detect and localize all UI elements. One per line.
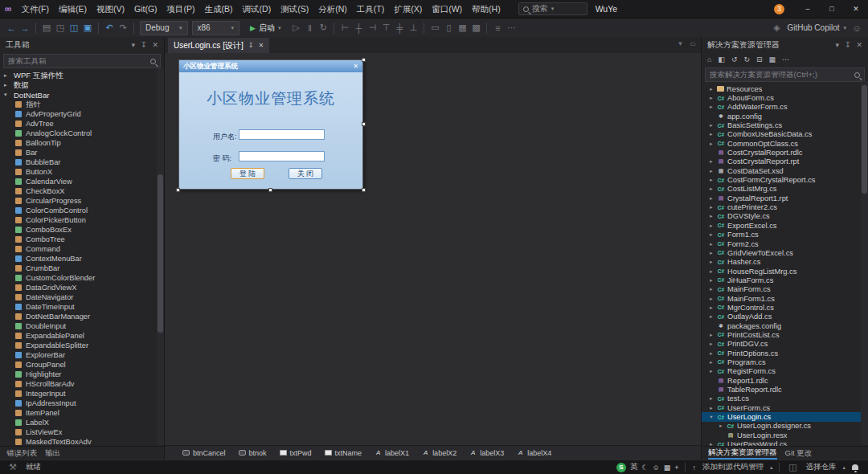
same-height-icon[interactable]: ▯ <box>442 20 455 36</box>
tab-list-icon[interactable]: ▼ <box>678 40 684 47</box>
solution-scrollbar[interactable] <box>861 81 868 445</box>
properties-icon[interactable]: ⋯ <box>782 55 789 63</box>
same-width-icon[interactable]: ▭ <box>428 20 441 36</box>
undo-icon[interactable]: ↶ <box>103 20 116 36</box>
resize-handle[interactable] <box>176 188 180 192</box>
toolbox-item[interactable]: GroupPanel <box>0 360 164 370</box>
tree-item[interactable]: ✱packages.config <box>702 321 868 330</box>
tree-item[interactable]: ▸C#JiHuaForm.cs <box>702 276 868 284</box>
tray-component[interactable]: btnCancel <box>182 449 226 457</box>
toolbox-item[interactable]: DateNavigator <box>0 292 164 302</box>
toolbox-item[interactable]: ColorCombControl <box>0 206 164 215</box>
toolbox-item[interactable]: ComboBoxEx <box>0 225 164 235</box>
tray-component[interactable]: txtPwd <box>280 449 312 457</box>
tree-item[interactable]: ✱app.config <box>702 112 868 121</box>
tray-component[interactable]: AlabelX4 <box>517 449 551 457</box>
username-input[interactable] <box>239 129 325 140</box>
tree-item[interactable]: ▸C#AboutForm.cs <box>702 93 868 102</box>
nav-back-icon[interactable]: ← <box>5 20 18 36</box>
select-repository-button[interactable]: 选择仓库 <box>805 462 836 472</box>
start-debug-button[interactable]: ▶启动▾ <box>244 21 286 35</box>
toolbox-item[interactable]: CalendarView <box>0 177 164 186</box>
home-icon[interactable]: ⌂ <box>707 55 711 63</box>
close-form-button[interactable]: 关 闭 <box>289 168 322 179</box>
pin-icon[interactable]: ↧ <box>141 41 147 49</box>
align-middles-icon[interactable]: ╪ <box>393 20 406 36</box>
ime-logo-icon[interactable]: S <box>616 463 626 472</box>
more-options-icon[interactable]: ⋯ <box>505 20 518 36</box>
tree-item[interactable]: ▸C#Form2.cs <box>702 239 868 248</box>
tree-item[interactable]: ▤Report1.rdlc <box>702 376 868 385</box>
tree-item[interactable]: ▸C#ExportExcel.cs <box>702 221 868 230</box>
solution-search-input[interactable]: 搜索解决方案资源管理器(Ctrl+;) <box>705 67 865 82</box>
tray-component[interactable]: btnok <box>239 449 267 457</box>
menu-item-6[interactable]: 调试(D) <box>238 0 276 18</box>
toolbox-item[interactable]: ButtonX <box>0 167 164 177</box>
align-centers-icon[interactable]: ┼ <box>352 20 365 36</box>
document-tab[interactable]: UserLogin.cs [设计] ↧ ✕ <box>168 38 269 53</box>
save-icon[interactable]: ◫ <box>68 20 80 36</box>
tree-item[interactable]: ▸C#UserLogin.designer.cs <box>702 422 868 431</box>
tree-item[interactable]: ▸C#PrintOptions.cs <box>702 349 868 358</box>
notification-bell-icon[interactable] <box>852 464 858 470</box>
tree-item[interactable]: ▸C#ComboxUseBasicData.cs <box>702 130 868 139</box>
toolbox-item[interactable]: BubbleBar <box>0 157 164 167</box>
grid-icon[interactable]: ▦ <box>456 20 469 36</box>
tree-item[interactable]: ▸C#CostFormCrystalReport.cs <box>702 175 868 184</box>
toolbox-item[interactable]: ContextMenuBar <box>0 254 164 264</box>
tree-item[interactable]: ▸C#DGVStyle.cs <box>702 212 868 221</box>
align-tops-icon[interactable]: ⊤ <box>379 20 392 36</box>
ime-more-icon[interactable]: + <box>674 464 678 472</box>
toolbox-item[interactable]: AnalogClockControl <box>0 129 164 138</box>
align-right-edges-icon[interactable]: ⊣ <box>366 20 379 36</box>
switch-views-icon[interactable]: ◧ <box>718 55 725 63</box>
tree-item[interactable]: ▸C#AddWaterForm.cs <box>702 103 868 112</box>
tree-item[interactable]: ▸C#GridViewToExcel.cs <box>702 248 868 257</box>
tree-item[interactable]: ▸C#Hasher.cs <box>702 258 868 267</box>
tree-item[interactable]: ▤TableReport.rdlc <box>702 385 868 394</box>
tree-item[interactable]: ▸C#RegistForm.cs <box>702 367 868 376</box>
toolbox-item[interactable]: IpAddressInput <box>0 398 164 408</box>
layout-icon[interactable]: ▩ <box>469 20 482 36</box>
notification-badge[interactable]: 3 <box>774 4 784 14</box>
toolbox-item[interactable]: 指针 <box>0 100 164 109</box>
toolbox-item[interactable]: HScrollBarAdv <box>0 379 164 389</box>
ime-language[interactable]: 英 <box>630 462 638 472</box>
resize-handle[interactable] <box>362 122 366 126</box>
tree-item[interactable]: ▸C#OutlayAdd.cs <box>702 313 868 321</box>
emoji-icon[interactable]: ☺ <box>652 464 659 472</box>
toolbox-item[interactable]: ExplorerBar <box>0 350 164 360</box>
toolbox-search-input[interactable]: 搜索工具箱 <box>3 54 161 68</box>
minimize-button[interactable]: – <box>796 0 820 18</box>
save-all-icon[interactable]: ▣ <box>81 20 94 36</box>
menu-item-7[interactable]: 测试(S) <box>276 0 313 18</box>
tree-item[interactable]: ▸C#cutePrinter2.cs <box>702 202 868 211</box>
resize-handle[interactable] <box>362 188 366 192</box>
tree-item[interactable]: ▸C#test.cs <box>702 394 868 403</box>
solution-explorer-header[interactable]: 解决方案资源管理器 ▾ ↧ ✕ <box>702 37 868 52</box>
tree-item[interactable]: ▸▤CrystalReport1.rpt <box>702 194 868 202</box>
maximize-button[interactable]: □ <box>820 0 844 18</box>
float-window-icon[interactable]: ▭ <box>690 40 696 47</box>
pending-changes-icon[interactable]: ↺ <box>731 55 738 63</box>
toolbox-item[interactable]: CheckBoxX <box>0 186 164 196</box>
add-to-source-control-button[interactable]: 添加到源代码管理 <box>702 462 764 472</box>
toolbox-item[interactable]: CircularProgress <box>0 196 164 206</box>
toolbox-item[interactable]: ColorPickerButton <box>0 215 164 225</box>
tree-item[interactable]: ▸▤CostCrystalReport.rpt <box>702 157 868 166</box>
collapse-all-icon[interactable]: ⊟ <box>756 55 763 63</box>
tree-item[interactable]: ▸C#BasicSettings.cs <box>702 121 868 129</box>
window-position-icon[interactable]: ▾ <box>835 41 839 49</box>
toolbox-item[interactable]: AdvTree <box>0 119 164 129</box>
tree-item[interactable]: ▾C#UserLogin.cs <box>702 412 868 421</box>
toolbox-item[interactable]: LabelX <box>0 418 164 427</box>
resize-handle[interactable] <box>268 188 272 192</box>
tree-item[interactable]: ▸Resources <box>702 84 868 93</box>
background-tasks-icon[interactable]: ⚒ <box>6 460 19 474</box>
tree-item[interactable]: ▸C#MainForm1.cs <box>702 294 868 303</box>
restart-icon[interactable]: ↻ <box>317 20 330 36</box>
tree-item[interactable]: ▤UserLogin.resx <box>702 431 868 439</box>
align-bottoms-icon[interactable]: ⊥ <box>407 20 420 36</box>
close-panel-icon[interactable]: ✕ <box>152 41 158 49</box>
new-project-icon[interactable]: ▤ <box>40 20 53 36</box>
